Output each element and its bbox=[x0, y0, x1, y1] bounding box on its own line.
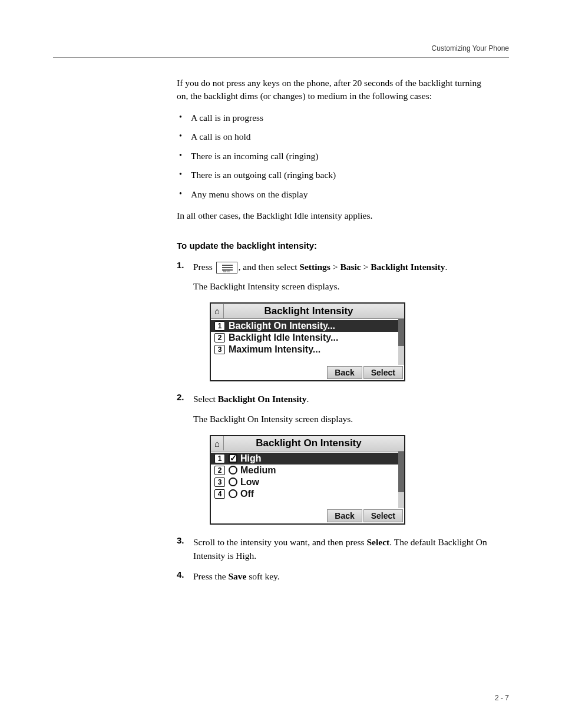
radio-unchecked-icon bbox=[229, 466, 237, 475]
step-3-prefix: Scroll to the intensity you want, and th… bbox=[193, 537, 366, 547]
bullet-item: Any menu shows on the display bbox=[177, 188, 491, 201]
softkey-select[interactable]: Select bbox=[363, 366, 403, 379]
softkey-back[interactable]: Back bbox=[327, 509, 362, 522]
screen-backlight-intensity: ⌂ Backlight Intensity 1 Backlight On Int… bbox=[210, 302, 405, 381]
row-label: Off bbox=[240, 489, 254, 499]
header-rule bbox=[53, 57, 509, 58]
scrollbar[interactable] bbox=[398, 452, 404, 508]
screen-1-row-3[interactable]: 3 Maximum Intensity... bbox=[211, 344, 404, 355]
softkey-select[interactable]: Select bbox=[363, 509, 403, 522]
screen-1-titlebar: ⌂ Backlight Intensity bbox=[211, 304, 404, 319]
step-2-sub: The Backlight On Intensity screen displa… bbox=[193, 412, 491, 426]
step-2-suffix: . bbox=[306, 394, 309, 404]
page-header: Customizing Your Phone bbox=[53, 44, 509, 52]
row-number: 3 bbox=[214, 345, 225, 354]
bullet-list: A call is in progress A call is on hold … bbox=[177, 111, 491, 201]
bullet-item: There is an incoming call (ringing) bbox=[177, 150, 491, 163]
path-basic: Basic bbox=[340, 262, 361, 272]
step-1-prefix: Press bbox=[193, 262, 215, 272]
screen-1-footer: Back Select bbox=[211, 365, 404, 380]
screen-2-row-2[interactable]: 2 Medium bbox=[211, 465, 404, 476]
gt: > bbox=[330, 262, 340, 272]
radio-unchecked-icon bbox=[229, 489, 237, 498]
screen-2-footer: Back Select bbox=[211, 508, 404, 523]
step-2: Select Backlight On Intensity. The Backl… bbox=[177, 392, 491, 525]
step-3-text: Scroll to the intensity you want, and th… bbox=[193, 535, 491, 563]
path-backlight: Backlight Intensity bbox=[371, 262, 445, 272]
step-1: Press , and then select Settings > Basic… bbox=[177, 260, 491, 382]
row-number: 4 bbox=[214, 489, 225, 499]
row-label: High bbox=[240, 453, 262, 464]
step-4-text: Press the Save soft key. bbox=[193, 569, 491, 583]
step-1-sub: The Backlight Intensity screen displays. bbox=[193, 279, 491, 293]
step-3: Scroll to the intensity you want, and th… bbox=[177, 535, 491, 563]
radio-checked-icon bbox=[229, 454, 237, 463]
step-2-text: Select Backlight On Intensity. bbox=[193, 392, 491, 406]
row-label: Maximum Intensity... bbox=[229, 344, 320, 355]
after-bullets-paragraph: In all other cases, the Backlight Idle i… bbox=[177, 209, 491, 222]
radio-unchecked-icon bbox=[229, 477, 237, 486]
screen-1-row-1[interactable]: 1 Backlight On Intensity... bbox=[211, 320, 404, 332]
screen-1-wrap: ⌂ Backlight Intensity 1 Backlight On Int… bbox=[210, 302, 491, 381]
scrollbar[interactable] bbox=[398, 319, 404, 365]
screen-2-body: 1 High 2 Medium 3 Low bbox=[211, 452, 404, 508]
step-4: Press the Save soft key. bbox=[177, 569, 491, 583]
scroll-thumb[interactable] bbox=[398, 319, 404, 345]
softkey-back[interactable]: Back bbox=[327, 366, 362, 379]
gt: > bbox=[361, 262, 371, 272]
step-4-bold: Save bbox=[228, 571, 246, 581]
row-number: 3 bbox=[214, 477, 225, 487]
step-2-prefix: Select bbox=[193, 394, 218, 404]
main-content: If you do not press any keys on the phon… bbox=[177, 77, 491, 584]
bullet-item: A call is in progress bbox=[177, 111, 491, 124]
scroll-thumb[interactable] bbox=[398, 452, 404, 492]
screen-2-row-1[interactable]: 1 High bbox=[211, 453, 404, 465]
screen-1-title: Backlight Intensity bbox=[224, 305, 404, 317]
bullet-item: There is an outgoing call (ringing back) bbox=[177, 169, 491, 182]
step-2-bold: Backlight On Intensity bbox=[218, 394, 307, 404]
step-4-prefix: Press the bbox=[193, 571, 228, 581]
home-icon: ⌂ bbox=[211, 436, 224, 450]
screen-2-row-4[interactable]: 4 Off bbox=[211, 488, 404, 500]
steps-list: Press , and then select Settings > Basic… bbox=[177, 260, 491, 584]
screen-1-body: 1 Backlight On Intensity... 2 Backlight … bbox=[211, 319, 404, 365]
page-number: 2 - 7 bbox=[495, 694, 509, 702]
menu-key-icon bbox=[216, 262, 237, 274]
home-icon: ⌂ bbox=[211, 304, 224, 318]
bullet-item: A call is on hold bbox=[177, 130, 491, 143]
screen-1-row-2[interactable]: 2 Backlight Idle Intensity... bbox=[211, 332, 404, 344]
screen-backlight-on-intensity: ⌂ Backlight On Intensity 1 High 2 Medium bbox=[210, 435, 405, 525]
row-label: Backlight Idle Intensity... bbox=[229, 332, 338, 343]
screen-2-row-3[interactable]: 3 Low bbox=[211, 476, 404, 488]
row-label: Backlight On Intensity... bbox=[229, 321, 335, 331]
row-number: 1 bbox=[214, 454, 225, 463]
path-settings: Settings bbox=[299, 262, 330, 272]
row-number: 2 bbox=[214, 466, 225, 475]
step-4-suffix: soft key. bbox=[246, 571, 279, 581]
row-number: 1 bbox=[214, 321, 225, 331]
row-number: 2 bbox=[214, 333, 225, 342]
step-1-text: Press , and then select Settings > Basic… bbox=[193, 260, 491, 274]
intro-paragraph: If you do not press any keys on the phon… bbox=[177, 77, 491, 103]
step-1-mid: , and then select bbox=[239, 262, 300, 272]
step-1-suffix: . bbox=[445, 262, 447, 272]
row-label: Medium bbox=[240, 465, 276, 476]
screen-2-titlebar: ⌂ Backlight On Intensity bbox=[211, 436, 404, 452]
screen-2-wrap: ⌂ Backlight On Intensity 1 High 2 Medium bbox=[210, 435, 491, 525]
screen-2-title: Backlight On Intensity bbox=[224, 437, 404, 449]
row-label: Low bbox=[240, 477, 259, 487]
step-3-bold: Select bbox=[366, 537, 389, 547]
procedure-heading: To update the backlight intensity: bbox=[177, 241, 491, 251]
